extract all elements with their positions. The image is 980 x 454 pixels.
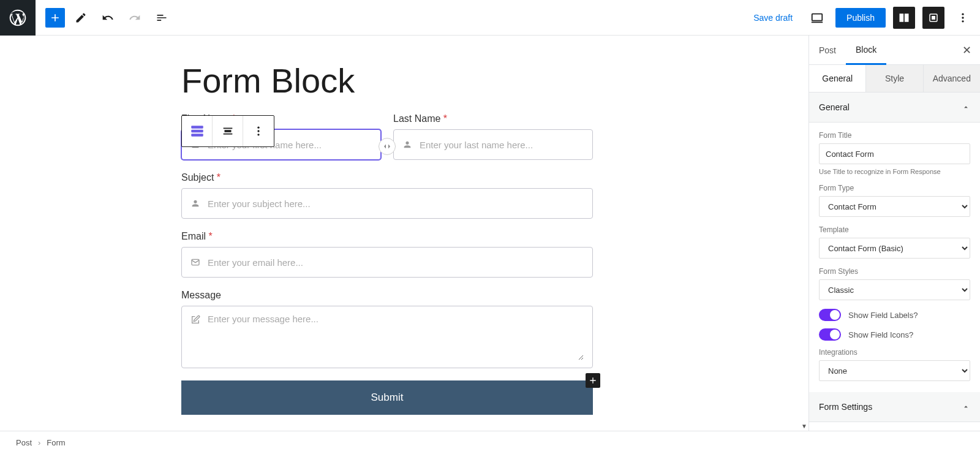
add-block-after-icon[interactable] [586,373,600,388]
template-label: Template [819,225,970,234]
show-field-labels-toggle[interactable] [819,309,841,321]
last-name-label: Last Name * [393,113,593,124]
subtab-style[interactable]: Style [866,65,923,92]
panel-general-title: General [819,102,850,112]
editor-topbar: Save draft Publish [0,0,980,36]
edit-note-icon [190,315,200,325]
svg-point-11 [257,130,259,132]
svg-point-5 [962,20,963,22]
user-icon [402,140,412,149]
svg-point-12 [257,134,259,135]
settings-sidebar: Post Block ✕ General Style Advanced Gene… [809,36,980,431]
document-outline-icon[interactable] [151,7,173,29]
tab-block[interactable]: Block [846,36,886,65]
settings-sidebar-toggle[interactable] [893,7,915,29]
last-name-field[interactable] [393,129,593,160]
scroll-down-arrow-icon: ▼ [801,423,807,429]
svg-rect-9 [224,130,231,132]
close-sidebar-icon[interactable]: ✕ [954,44,980,57]
form-type-select[interactable]: Contact Form [819,196,970,217]
block-toolbar [181,115,274,147]
block-more-icon[interactable] [243,116,274,146]
add-block-button[interactable] [45,8,65,28]
more-menu-icon[interactable] [952,7,974,29]
preview-device-icon[interactable] [806,7,828,29]
svg-rect-0 [812,13,823,20]
svg-rect-8 [191,134,203,136]
panel-form-settings-head[interactable]: Form Settings [809,392,980,422]
template-select[interactable]: Contact Form (Basic) [819,238,970,259]
svg-rect-6 [191,126,203,128]
form-type-label: Form Type [819,184,970,192]
form-title-label: Form Title [819,131,970,140]
form-block: First Name * Last Name * [181,113,593,415]
form-styles-label: Form Styles [819,267,970,276]
svg-rect-7 [191,130,203,132]
show-field-labels-label: Show Field Labels? [848,311,918,320]
editor-canvas[interactable]: ▲ Form Block First Name * [0,36,809,431]
subtab-general[interactable]: General [809,65,866,92]
integrations-label: Integrations [819,348,970,357]
message-input[interactable] [208,314,584,360]
chevron-up-icon [962,103,970,112]
svg-point-3 [962,13,963,15]
save-draft-button[interactable]: Save draft [747,9,799,26]
email-input[interactable] [208,257,584,268]
plugin-panel-toggle[interactable] [922,7,944,29]
subject-field[interactable] [181,188,593,219]
edit-icon[interactable] [70,7,92,29]
sidebar-tabs: Post Block ✕ [809,36,980,65]
panel-general-body: Form Title Use Title to recognize in For… [809,123,980,392]
breadcrumb-sep-icon: › [38,438,40,447]
editor-footer: Post › Form [0,431,980,454]
show-field-icons-label: Show Field Icons? [848,330,913,339]
chevron-up-icon [962,403,970,411]
publish-button[interactable]: Publish [835,8,886,28]
envelope-icon [190,257,200,267]
align-icon[interactable] [213,116,243,146]
submit-button[interactable]: Submit [181,380,593,415]
wordpress-logo[interactable] [0,0,36,36]
form-block-icon[interactable] [182,116,213,146]
svg-point-4 [962,17,963,18]
tab-post[interactable]: Post [809,37,846,64]
message-label: Message [181,290,593,301]
redo-icon[interactable] [124,7,146,29]
svg-rect-2 [932,16,935,20]
subject-input[interactable] [208,199,584,209]
email-field[interactable] [181,247,593,278]
breadcrumb-post[interactable]: Post [16,438,32,447]
tool-group-right: Save draft Publish [747,7,980,29]
subtab-advanced[interactable]: Advanced [924,65,980,92]
panel-form-settings-title: Form Settings [819,402,872,412]
column-resize-handle[interactable] [379,138,396,155]
email-label: Email * [181,231,593,242]
svg-point-10 [257,127,259,129]
block-subtabs: General Style Advanced [809,65,980,93]
form-styles-select[interactable]: Classic [819,279,970,300]
panel-general-head[interactable]: General [809,93,980,123]
breadcrumb-form[interactable]: Form [47,438,65,447]
user-icon [190,199,200,208]
last-name-input[interactable] [420,140,584,150]
editor-main: ▲ Form Block First Name * [0,36,980,431]
page-title[interactable]: Form Block [181,60,809,101]
form-title-hint: Use Title to recognize in Form Response [819,168,970,175]
integrations-select[interactable]: None [819,360,970,381]
show-field-icons-toggle[interactable] [819,328,841,341]
subject-label: Subject * [181,172,593,183]
message-field[interactable] [181,306,593,368]
form-title-input[interactable] [819,143,970,164]
undo-icon[interactable] [97,7,119,29]
tool-group-left [36,7,173,29]
